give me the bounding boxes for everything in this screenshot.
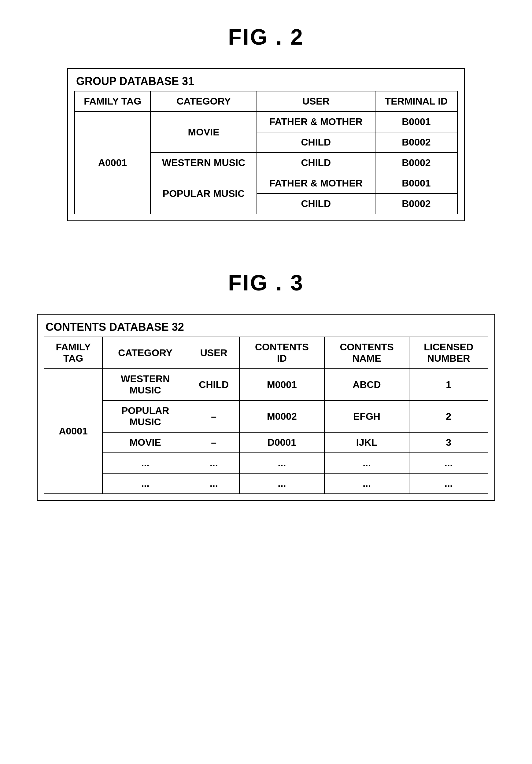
fig3-header-row: FAMILYTAG CATEGORY USER CONTENTSID CONTE… — [44, 337, 488, 369]
cell-category: MOVIE — [102, 432, 188, 453]
cell-contents-id: ... — [240, 473, 324, 494]
cell-category-popular: POPULAR MUSIC — [150, 173, 257, 214]
table-row: ... ... ... ... ... — [44, 473, 488, 494]
fig3-col-contents-id: CONTENTSID — [240, 337, 324, 369]
cell-contents-name: ... — [324, 473, 409, 494]
cell-user: FATHER & MOTHER — [257, 111, 375, 132]
cell-family-tag: A0001 — [75, 111, 150, 214]
cell-category: POPULARMUSIC — [102, 401, 188, 432]
fig3-col-family-tag: FAMILYTAG — [44, 337, 102, 369]
fig2-box: GROUP DATABASE 31 FAMILY TAG CATEGORY US… — [67, 68, 465, 221]
cell-licensed-number: 2 — [409, 401, 488, 432]
fig3-db-label: CONTENTS DATABASE 32 — [44, 321, 488, 333]
table-row: A0001 MOVIE FATHER & MOTHER B0001 — [75, 111, 457, 132]
cell-category-movie: MOVIE — [150, 111, 257, 152]
cell-terminal-id: B0002 — [375, 194, 457, 214]
cell-user: ... — [188, 473, 240, 494]
cell-contents-id: M0002 — [240, 401, 324, 432]
page-container: FIG . 2 GROUP DATABASE 31 FAMILY TAG CAT… — [18, 12, 514, 501]
fig3-table: FAMILYTAG CATEGORY USER CONTENTSID CONTE… — [44, 337, 488, 494]
cell-user: ... — [188, 453, 240, 473]
cell-licensed-number: ... — [409, 473, 488, 494]
cell-terminal-id: B0002 — [375, 152, 457, 173]
cell-terminal-id: B0002 — [375, 132, 457, 152]
cell-category-western: WESTERN MUSIC — [150, 152, 257, 173]
cell-contents-id: M0001 — [240, 369, 324, 401]
cell-contents-name: IJKL — [324, 432, 409, 453]
cell-category: WESTERNMUSIC — [102, 369, 188, 401]
cell-licensed-number: 3 — [409, 432, 488, 453]
cell-user: CHILD — [188, 369, 240, 401]
cell-user: CHILD — [257, 194, 375, 214]
cell-user: CHILD — [257, 152, 375, 173]
cell-licensed-number: ... — [409, 453, 488, 473]
cell-licensed-number: 1 — [409, 369, 488, 401]
fig2-header-row: FAMILY TAG CATEGORY USER TERMINAL ID — [75, 91, 457, 111]
cell-terminal-id: B0001 — [375, 111, 457, 132]
cell-contents-name: ... — [324, 453, 409, 473]
cell-category: ... — [102, 473, 188, 494]
cell-contents-id: ... — [240, 453, 324, 473]
fig2-col-user: USER — [257, 91, 375, 111]
fig2-col-category: CATEGORY — [150, 91, 257, 111]
fig2-title: FIG . 2 — [228, 25, 304, 50]
cell-user: CHILD — [257, 132, 375, 152]
cell-user: FATHER & MOTHER — [257, 173, 375, 194]
cell-contents-id: D0001 — [240, 432, 324, 453]
table-row: MOVIE – D0001 IJKL 3 — [44, 432, 488, 453]
fig2-col-family-tag: FAMILY TAG — [75, 91, 150, 111]
fig2-db-label: GROUP DATABASE 31 — [74, 75, 458, 88]
cell-user: – — [188, 432, 240, 453]
table-row: POPULARMUSIC – M0002 EFGH 2 — [44, 401, 488, 432]
fig3-col-licensed-number: LICENSEDNUMBER — [409, 337, 488, 369]
cell-contents-name: EFGH — [324, 401, 409, 432]
cell-category: ... — [102, 453, 188, 473]
fig2-table: FAMILY TAG CATEGORY USER TERMINAL ID A00… — [74, 91, 458, 214]
fig2-col-terminal-id: TERMINAL ID — [375, 91, 457, 111]
fig3-box: CONTENTS DATABASE 32 FAMILYTAG CATEGORY … — [37, 314, 495, 501]
cell-user: – — [188, 401, 240, 432]
cell-family-tag: A0001 — [44, 369, 102, 494]
table-row: ... ... ... ... ... — [44, 453, 488, 473]
cell-contents-name: ABCD — [324, 369, 409, 401]
table-row: A0001 WESTERNMUSIC CHILD M0001 ABCD 1 — [44, 369, 488, 401]
fig3-col-user: USER — [188, 337, 240, 369]
cell-terminal-id: B0001 — [375, 173, 457, 194]
fig3-col-category: CATEGORY — [102, 337, 188, 369]
fig3-col-contents-name: CONTENTSNAME — [324, 337, 409, 369]
fig3-title: FIG . 3 — [228, 270, 304, 295]
